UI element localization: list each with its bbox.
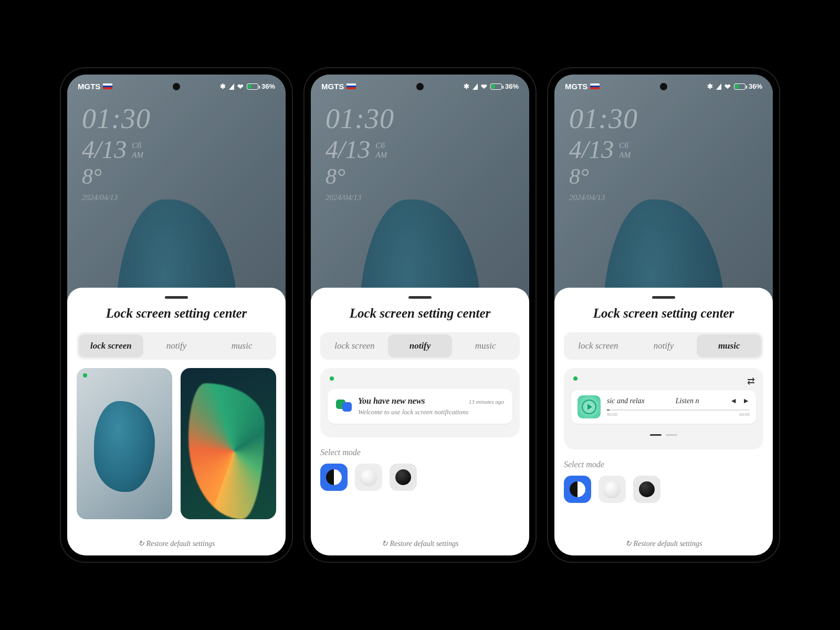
active-dot-icon <box>573 376 578 381</box>
drag-handle[interactable] <box>652 296 675 299</box>
status-bar: MGTS ✱ ❤ 36% <box>554 75 773 93</box>
select-mode-label: Select mode <box>564 460 763 469</box>
music-preview-card: ⇄ sic and relax Listen n ◄ ► <box>564 368 763 449</box>
tab-music[interactable]: music <box>697 334 761 358</box>
bluetooth-icon: ✱ <box>220 82 226 90</box>
notif-time: 13 minutes ago <box>469 398 504 405</box>
status-bar: MGTS ✱ ❤ 36% <box>67 75 286 93</box>
chat-icon <box>336 398 352 412</box>
tab-notify[interactable]: notify <box>388 334 453 358</box>
settings-panel: Lock screen setting center lock screen n… <box>311 288 529 555</box>
refresh-icon: ↻ <box>625 539 632 548</box>
tab-music[interactable]: music <box>209 334 274 358</box>
clock-time: 01:30 <box>82 102 271 135</box>
tab-lockscreen[interactable]: lock screen <box>566 334 631 358</box>
restore-defaults-button[interactable]: ↻Restore default settings <box>564 535 763 549</box>
tab-lockscreen[interactable]: lock screen <box>322 334 387 358</box>
next-icon[interactable]: ► <box>742 397 750 405</box>
notification-item[interactable]: You have new news 13 minutes ago Welcome… <box>328 389 512 424</box>
tab-music[interactable]: music <box>453 334 518 358</box>
mode-selector <box>564 476 763 503</box>
heart-icon: ❤ <box>237 82 244 91</box>
bluetooth-icon: ✱ <box>464 82 469 90</box>
notif-title: You have new news <box>358 396 425 406</box>
panel-title: Lock screen setting center <box>77 306 276 321</box>
active-dot-icon <box>330 376 334 381</box>
panel-title: Lock screen setting center <box>320 306 520 321</box>
phone-mock-2: MGTS ✱ ❤ 36% 01:30 4/13 СбAM 8° 2024/04/… <box>304 68 536 562</box>
clock-widget: 01:30 4/13 СбAM 8° 2024/04/13 <box>554 93 773 202</box>
notify-preview-card: You have new news 13 minutes ago Welcome… <box>320 368 520 437</box>
drag-handle[interactable] <box>165 296 188 299</box>
play-icon[interactable] <box>582 400 596 414</box>
swap-icon[interactable]: ⇄ <box>747 375 755 387</box>
tab-notify[interactable]: notify <box>144 334 209 358</box>
prev-icon[interactable]: ◄ <box>730 397 737 405</box>
track-title: sic and relax <box>607 397 645 405</box>
restore-defaults-button[interactable]: ↻Restore default settings <box>77 535 276 549</box>
clock-day: Сб <box>132 141 143 150</box>
heart-icon: ❤ <box>724 82 731 91</box>
panel-title: Lock screen setting center <box>564 306 763 321</box>
clock-widget: 01:30 4/13 СбAM 8° 2024/04/13 <box>311 93 529 202</box>
clock-ampm: AM <box>132 150 143 160</box>
settings-panel: Lock screen setting center lock screen n… <box>554 288 773 555</box>
flag-icon <box>103 83 112 89</box>
bluetooth-icon: ✱ <box>707 82 713 90</box>
clock-widget: 01:30 4/13 Сб AM 8° 2024/04/13 <box>67 93 286 202</box>
wallpaper-option-2[interactable] <box>181 368 276 519</box>
settings-panel: Lock screen setting center lock screen n… <box>67 288 286 555</box>
mode-auto[interactable] <box>564 476 591 503</box>
refresh-icon: ↻ <box>382 539 388 548</box>
drag-handle[interactable] <box>408 296 432 299</box>
tab-bar: lock screen notify music <box>77 332 276 360</box>
mode-auto[interactable] <box>320 464 348 491</box>
notif-subtitle: Welcome to use lock screen notifications <box>358 408 504 416</box>
refresh-icon: ↻ <box>138 539 144 548</box>
flag-icon <box>346 83 356 89</box>
carrier-label: MGTS <box>321 82 344 91</box>
clock-date: 4/13 <box>82 135 127 164</box>
mode-dark[interactable] <box>633 476 660 503</box>
progress-bar[interactable] <box>607 410 750 411</box>
phone-mock-1: MGTS ✱ ❤ 36% 01:30 4/13 Сб AM 8° 2024/04 <box>61 68 292 562</box>
status-bar: MGTS ✱ ❤ 36% <box>311 75 529 93</box>
tab-lockscreen[interactable]: lock screen <box>79 334 143 358</box>
mode-light[interactable] <box>355 464 382 491</box>
battery-pct: 36% <box>261 82 275 90</box>
select-mode-label: Select mode <box>320 448 520 457</box>
album-art <box>578 395 601 418</box>
clock-fulldate: 2024/04/13 <box>82 193 271 202</box>
phone-mock-3: MGTS ✱ ❤ 36% 01:30 4/13 СбAM 8° 2024/04/… <box>548 68 779 562</box>
carrier-label: MGTS <box>78 82 100 91</box>
mode-dark[interactable] <box>390 464 417 491</box>
restore-defaults-button[interactable]: ↻Restore default settings <box>320 535 520 549</box>
active-dot-icon <box>83 373 87 377</box>
signal-icon <box>229 83 234 90</box>
time-elapsed: 00:00 <box>607 412 617 417</box>
signal-icon <box>716 83 721 90</box>
mode-light[interactable] <box>598 476 626 503</box>
wallpaper-option-1[interactable] <box>77 368 172 519</box>
carrier-label: MGTS <box>565 82 587 91</box>
battery-pct: 36% <box>505 82 519 90</box>
battery-pct: 36% <box>749 82 762 90</box>
time-total: 00:00 <box>739 412 750 417</box>
flag-icon <box>590 83 600 89</box>
heart-icon: ❤ <box>481 82 487 91</box>
music-player[interactable]: sic and relax Listen n ◄ ► 00:00 00:0 <box>571 390 756 424</box>
track-action: Listen n <box>676 397 699 405</box>
clock-temp: 8° <box>82 164 271 189</box>
tab-notify[interactable]: notify <box>632 334 696 358</box>
mode-selector <box>320 464 520 491</box>
battery-icon <box>490 83 502 90</box>
page-indicator <box>571 434 756 436</box>
tab-bar: lock screen notify music <box>564 332 763 360</box>
signal-icon <box>472 83 478 90</box>
tab-bar: lock screen notify music <box>320 332 520 360</box>
battery-icon <box>247 83 258 90</box>
battery-icon <box>734 83 746 90</box>
